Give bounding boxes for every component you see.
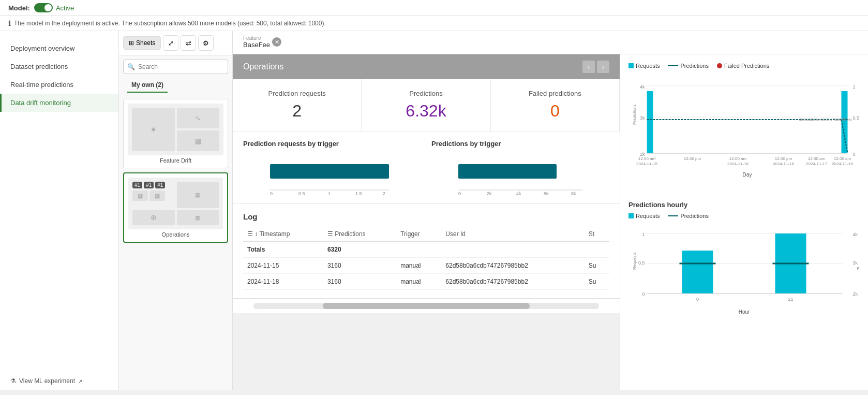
info-bar: ℹ The model in the deployment is active.… — [0, 16, 868, 31]
timeseries-chart-section: Requests Predictions Failed Predictions — [628, 63, 860, 188]
metric-failed-predictions-label: Failed predictions — [501, 90, 609, 97]
svg-text:0: 0 — [270, 191, 273, 195]
svg-text:4k: 4k — [640, 84, 645, 90]
predictions-trigger-title: Predictions by trigger — [431, 140, 609, 148]
model-toggle[interactable]: Active — [34, 3, 74, 12]
col-trigger-header[interactable]: Trigger — [396, 227, 441, 241]
row2-timestamp: 2024-11-18 — [243, 274, 323, 290]
hourly-legend-requests: Requests — [628, 213, 660, 219]
tab-bar: Feature BaseFee ✕ — [233, 31, 868, 54]
svg-text:21: 21 — [788, 297, 793, 302]
row2-status: Su — [585, 274, 609, 290]
sidebar-item-deployment-overview[interactable]: Deployment overview — [0, 39, 118, 57]
svg-text:2024-11-16: 2024-11-16 — [773, 162, 794, 166]
prev-arrow[interactable]: ‹ — [582, 61, 595, 73]
svg-rect-51 — [682, 251, 713, 294]
sheet-card-operations[interactable]: #1 #1 #1 ▦ ▦ ▦ ⊕ — [123, 172, 228, 243]
ops-bar2: ▦ — [149, 191, 165, 201]
svg-text:2024-11-17: 2024-11-17 — [806, 162, 827, 166]
sidebar-item-dataset-predictions[interactable]: Dataset predictions — [0, 57, 118, 76]
svg-text:Predictions: Predictions — [632, 104, 637, 125]
svg-text:1.5: 1.5 — [355, 191, 362, 195]
predictions-chart-svg: 0 2k 4k 6k 8k — [431, 154, 609, 195]
metric-failed-predictions-value: 0 — [501, 101, 609, 121]
svg-text:0: 0 — [696, 297, 699, 302]
arrows-icon-btn[interactable]: ⇄ — [181, 35, 196, 51]
app-body: Deployment overview Dataset predictions … — [0, 31, 868, 390]
tab-close-button[interactable]: ✕ — [272, 37, 281, 47]
ops-small-bar: ▦ — [177, 210, 219, 226]
trigger-chart-requests: Prediction requests by trigger 0 0.5 1 1… — [243, 140, 421, 195]
col-userid-header[interactable]: User Id — [441, 227, 584, 241]
badge2: #1 — [144, 182, 154, 188]
requests-bar-chart: 0 0.5 1 1.5 2 — [243, 154, 421, 195]
sheets-grid: ✦ ∿ ▦ Feature Drift #1 — [119, 95, 232, 247]
right-charts-panel: Requests Predictions Failed Predictions — [620, 54, 868, 390]
view-ml-label: View ML experiment — [19, 377, 75, 385]
totals-userid — [441, 241, 584, 258]
toggle-switch[interactable] — [34, 3, 53, 12]
row1-predictions: 3160 — [323, 258, 396, 274]
col-status-header[interactable]: St — [585, 227, 609, 241]
col-predictions-header[interactable]: ☰ Predictions — [323, 227, 396, 241]
svg-text:8k: 8k — [571, 191, 576, 195]
col-predictions-label: Predictions — [335, 230, 365, 238]
sheets-toolbar: ⊞ Sheets ⤢ ⇄ ⚙ — [119, 31, 232, 55]
sheets-button[interactable]: ⊞ Sheets — [123, 36, 161, 50]
badge1: #1 — [132, 182, 142, 188]
totals-predictions: 6320 — [323, 241, 396, 258]
legend-requests-color — [628, 63, 634, 68]
settings-icon-btn[interactable]: ⚙ — [198, 35, 214, 51]
col-menu[interactable]: ☰ ↕ Timestamp — [243, 227, 323, 241]
svg-text:0.5: 0.5 — [638, 260, 645, 266]
svg-text:0: 0 — [642, 291, 645, 297]
horizontal-scrollbar-container — [233, 298, 620, 313]
svg-text:1: 1 — [642, 232, 645, 237]
horizontal-scrollbar[interactable] — [253, 303, 599, 309]
external-link-icon: ↗ — [78, 378, 82, 384]
scrollbar-thumb[interactable] — [323, 303, 530, 309]
log-row-1[interactable]: 2024-11-15 3160 manual 62d58b0a6cdb74726… — [243, 258, 609, 274]
sort-icon: ↕ — [255, 230, 258, 238]
next-arrow[interactable]: › — [597, 61, 609, 73]
metric-predictions-label: Predictions — [372, 90, 480, 97]
svg-text:12:00 am: 12:00 am — [729, 156, 747, 161]
svg-text:4k: 4k — [516, 191, 521, 195]
metric-prediction-requests-label: Prediction requests — [243, 90, 351, 97]
search-input[interactable] — [123, 60, 228, 74]
hourly-legend-requests-label: Requests — [636, 213, 660, 219]
feature-basefee-tab[interactable]: Feature BaseFee ✕ — [237, 31, 288, 54]
col-status-label: St — [589, 230, 594, 238]
svg-text:0.5: 0.5 — [298, 191, 305, 195]
hourly-chart-svg: 1 0.5 0 4k 3k 2k — [628, 223, 860, 327]
row1-userid: 62d58b0a6cdb747267985bb2 — [441, 258, 584, 274]
svg-text:Day: Day — [743, 172, 752, 178]
svg-text:4k: 4k — [853, 232, 858, 237]
sidebar-item-realtime-predictions[interactable]: Real-time predictions — [0, 76, 118, 94]
content-area: Operations ‹ › Prediction requests 2 Pre… — [233, 54, 868, 390]
legend-failed-color — [717, 63, 722, 68]
chart2-legend: Requests Predictions — [628, 213, 860, 219]
svg-rect-24 — [842, 91, 848, 153]
svg-text:1: 1 — [853, 84, 856, 90]
predictions-bar-chart: 0 2k 4k 6k 8k — [431, 154, 609, 195]
svg-text:Requests, Failed Predictions: Requests, Failed Predictions — [799, 118, 852, 122]
sheets-btn-label: Sheets — [136, 39, 155, 47]
metrics-row: Prediction requests 2 Predictions 6.32k … — [233, 79, 620, 131]
hourly-legend-predictions-color — [668, 215, 678, 216]
log-totals-row: Totals 6320 — [243, 241, 609, 258]
trigger-chart-predictions: Predictions by trigger 0 2k 4k 6k 8k — [431, 140, 609, 195]
operations-label: Operations — [128, 231, 223, 238]
ops-puzzle: ⊕ — [132, 210, 175, 226]
hourly-legend-requests-color — [628, 213, 634, 218]
sheet-card-feature-drift[interactable]: ✦ ∿ ▦ Feature Drift — [123, 99, 228, 168]
move-icon: ⤢ — [168, 39, 174, 47]
info-text: The model in the deployment is active. T… — [14, 20, 326, 27]
gear-icon: ⚙ — [203, 39, 209, 47]
log-row-2[interactable]: 2024-11-18 3160 manual 62d58b0a6cdb74726… — [243, 274, 609, 290]
sidebar-item-data-drift-monitoring[interactable]: Data drift monitoring — [0, 94, 118, 112]
svg-text:0: 0 — [853, 152, 856, 157]
mini-bar-icon: ▦ — [177, 130, 220, 151]
move-icon-btn[interactable]: ⤢ — [163, 35, 178, 51]
view-ml-experiment-link[interactable]: ⚗ View ML experiment ↗ — [0, 372, 119, 390]
